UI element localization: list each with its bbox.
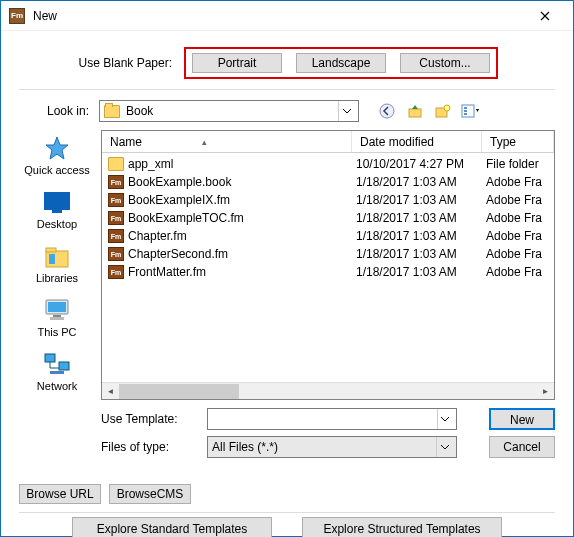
files-of-type-label: Files of type: <box>101 440 197 454</box>
file-row[interactable]: FmFrontMatter.fm1/18/2017 1:03 AMAdobe F… <box>102 263 554 281</box>
file-name: BookExample.book <box>128 175 356 189</box>
file-row[interactable]: FmChapter.fm1/18/2017 1:03 AMAdobe Fra <box>102 227 554 245</box>
svg-rect-7 <box>464 113 467 115</box>
blank-paper-label: Use Blank Paper: <box>19 56 184 70</box>
svg-rect-18 <box>59 362 69 370</box>
fm-file-icon: Fm <box>108 211 124 225</box>
svg-point-0 <box>380 104 394 118</box>
up-one-level-button[interactable] <box>405 101 425 121</box>
place-label: This PC <box>21 326 93 338</box>
svg-rect-4 <box>462 105 474 117</box>
browse-cms-button[interactable]: BrowseCMS <box>109 484 191 504</box>
close-button[interactable] <box>525 2 565 30</box>
file-type: Adobe Fra <box>486 175 548 189</box>
file-type: Adobe Fra <box>486 211 548 225</box>
quick-access-icon <box>40 134 74 162</box>
file-name: app_xml <box>128 157 356 171</box>
files-of-type-value: All Files (*.*) <box>212 440 436 454</box>
place-network[interactable]: Network <box>21 346 93 396</box>
file-date: 1/18/2017 1:03 AM <box>356 175 486 189</box>
file-name: FrontMatter.fm <box>128 265 356 279</box>
file-row[interactable]: FmChapterSecond.fm1/18/2017 1:03 AMAdobe… <box>102 245 554 263</box>
use-template-input[interactable] <box>207 408 457 430</box>
file-name: Chapter.fm <box>128 229 356 243</box>
file-date: 1/18/2017 1:03 AM <box>356 211 486 225</box>
file-date: 1/18/2017 1:03 AM <box>356 229 486 243</box>
col-date[interactable]: Date modified <box>352 131 482 152</box>
svg-rect-16 <box>50 317 64 320</box>
use-template-label: Use Template: <box>101 412 197 426</box>
file-row[interactable]: FmBookExampleTOC.fm1/18/2017 1:03 AMAdob… <box>102 209 554 227</box>
window-title: New <box>33 9 525 23</box>
file-type: Adobe Fra <box>486 229 548 243</box>
app-icon: Fm <box>9 8 25 24</box>
col-name[interactable]: Name <box>102 131 352 152</box>
file-name: ChapterSecond.fm <box>128 247 356 261</box>
browse-url-button[interactable]: Browse URL <box>19 484 101 504</box>
scroll-right-icon[interactable]: ► <box>537 383 554 400</box>
svg-rect-1 <box>409 109 421 117</box>
place-libraries[interactable]: Libraries <box>21 238 93 288</box>
svg-point-3 <box>444 105 450 111</box>
svg-rect-8 <box>44 192 70 210</box>
fm-file-icon: Fm <box>108 175 124 189</box>
places-bar: Quick access Desktop Libraries This PC N… <box>19 130 95 400</box>
horizontal-scrollbar[interactable]: ◄ ► <box>102 382 554 399</box>
svg-rect-11 <box>46 248 56 252</box>
chevron-down-icon <box>437 409 452 429</box>
file-date: 1/18/2017 1:03 AM <box>356 265 486 279</box>
new-dialog: Fm New Use Blank Paper: Portrait Landsca… <box>0 0 574 537</box>
look-in-select[interactable]: Book <box>99 100 359 122</box>
place-label: Network <box>21 380 93 392</box>
new-folder-button[interactable] <box>433 101 453 121</box>
svg-rect-17 <box>45 354 55 362</box>
file-type: Adobe Fra <box>486 247 548 261</box>
place-this-pc[interactable]: This PC <box>21 292 93 342</box>
fm-file-icon: Fm <box>108 265 124 279</box>
cancel-button[interactable]: Cancel <box>489 436 555 458</box>
place-desktop[interactable]: Desktop <box>21 184 93 234</box>
file-row[interactable]: FmBookExampleIX.fm1/18/2017 1:03 AMAdobe… <box>102 191 554 209</box>
explore-standard-templates-button[interactable]: Explore Standard Templates <box>72 517 272 537</box>
look-in-value: Book <box>126 104 153 118</box>
close-icon <box>540 11 550 21</box>
new-button[interactable]: New <box>489 408 555 430</box>
use-template-field[interactable] <box>212 412 437 426</box>
divider <box>19 512 555 513</box>
svg-rect-19 <box>50 371 64 374</box>
place-label: Libraries <box>21 272 93 284</box>
scroll-thumb[interactable] <box>119 384 239 399</box>
file-name: BookExampleTOC.fm <box>128 211 356 225</box>
portrait-button[interactable]: Portrait <box>192 53 282 73</box>
custom-button[interactable]: Custom... <box>400 53 490 73</box>
column-headers: Name Date modified Type <box>102 131 554 153</box>
back-button[interactable] <box>377 101 397 121</box>
file-list-pane: Name Date modified Type app_xml10/10/201… <box>101 130 555 400</box>
fm-file-icon: Fm <box>108 229 124 243</box>
place-quick-access[interactable]: Quick access <box>21 130 93 180</box>
this-pc-icon <box>40 296 74 324</box>
place-label: Desktop <box>21 218 93 230</box>
divider <box>19 89 555 90</box>
blank-paper-highlight: Portrait Landscape Custom... <box>184 47 498 79</box>
svg-rect-14 <box>48 302 66 312</box>
fm-file-icon: Fm <box>108 247 124 261</box>
col-type[interactable]: Type <box>482 131 554 152</box>
file-row[interactable]: FmBookExample.book1/18/2017 1:03 AMAdobe… <box>102 173 554 191</box>
view-menu-button[interactable] <box>461 101 481 121</box>
fm-file-icon: Fm <box>108 193 124 207</box>
titlebar: Fm New <box>1 1 573 31</box>
file-type: File folder <box>486 157 548 171</box>
explore-structured-templates-button[interactable]: Explore Structured Templates <box>302 517 502 537</box>
file-type: Adobe Fra <box>486 193 548 207</box>
landscape-button[interactable]: Landscape <box>296 53 386 73</box>
file-date: 1/18/2017 1:03 AM <box>356 193 486 207</box>
look-in-label: Look in: <box>19 104 99 118</box>
svg-rect-9 <box>52 210 62 213</box>
scroll-left-icon[interactable]: ◄ <box>102 383 119 400</box>
file-date: 10/10/2017 4:27 PM <box>356 157 486 171</box>
file-row[interactable]: app_xml10/10/2017 4:27 PMFile folder <box>102 155 554 173</box>
files-of-type-select[interactable]: All Files (*.*) <box>207 436 457 458</box>
svg-rect-5 <box>464 107 467 109</box>
chevron-down-icon <box>436 437 452 457</box>
